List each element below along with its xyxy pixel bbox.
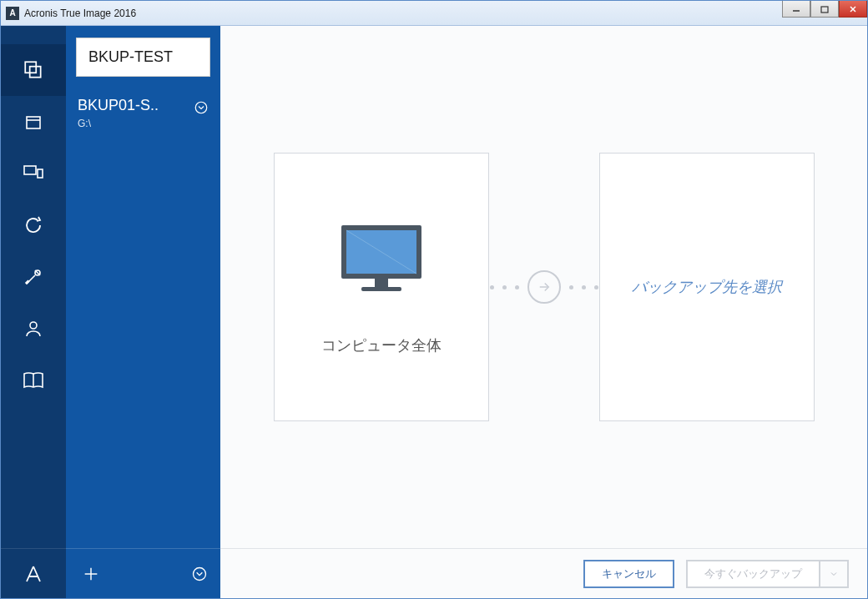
acronis-logo-icon xyxy=(23,564,43,584)
window-title: Acronis True Image 2016 xyxy=(24,8,136,19)
backup-item-path: G:\ xyxy=(78,118,209,129)
backup-item[interactable]: BKUP01-S.. G:\ xyxy=(66,85,220,141)
chevron-down-icon xyxy=(829,569,839,579)
cancel-button[interactable]: キャンセル xyxy=(583,560,674,588)
main-panel: コンピュータ全体 バックアップ先を選択 キャ xyxy=(220,26,867,598)
app-body: BKUP-TEST BKUP01-S.. G:\ xyxy=(1,26,867,598)
chevron-down-icon xyxy=(191,566,208,582)
nav-backup[interactable] xyxy=(1,44,66,96)
nav-archive[interactable] xyxy=(1,96,66,148)
destination-card-label: バックアップ先を選択 xyxy=(632,277,782,297)
backup-item-selected[interactable]: BKUP-TEST xyxy=(76,38,210,77)
svg-rect-4 xyxy=(25,62,36,73)
svg-rect-6 xyxy=(27,117,40,128)
app-window: A Acronis True Image 2016 xyxy=(0,0,868,599)
maximize-button[interactable] xyxy=(810,1,839,18)
dot-icon xyxy=(594,285,598,289)
plus-icon xyxy=(82,565,100,583)
svg-rect-21 xyxy=(361,287,401,291)
backup-list-footer xyxy=(66,548,220,598)
dot-icon xyxy=(515,285,519,289)
svg-point-16 xyxy=(194,567,206,580)
add-backup-button[interactable] xyxy=(66,549,116,599)
tools-icon xyxy=(23,267,43,287)
svg-rect-8 xyxy=(24,166,36,174)
dot-icon xyxy=(490,285,494,289)
nav-account[interactable] xyxy=(1,303,66,355)
svg-rect-20 xyxy=(375,279,388,287)
backup-icon xyxy=(23,59,44,81)
arrow-separator xyxy=(489,270,599,304)
chevron-down-icon[interactable] xyxy=(194,100,209,115)
backup-list-panel: BKUP-TEST BKUP01-S.. G:\ xyxy=(66,26,220,598)
dot-icon xyxy=(582,285,586,289)
minimize-button[interactable] xyxy=(782,1,810,18)
svg-rect-1 xyxy=(821,7,828,13)
footer-bar: キャンセル 今すぐバックアップ xyxy=(220,548,867,598)
monitor-icon xyxy=(331,219,431,302)
backup-now-button[interactable]: 今すぐバックアップ xyxy=(686,560,820,588)
dot-icon xyxy=(569,285,573,289)
close-button[interactable] xyxy=(839,1,867,18)
archive-icon xyxy=(23,112,43,132)
window-controls xyxy=(782,1,867,18)
titlebar[interactable]: A Acronis True Image 2016 xyxy=(1,1,867,26)
cards-area: コンピュータ全体 バックアップ先を選択 xyxy=(220,26,867,548)
nav-sync[interactable] xyxy=(1,148,66,199)
source-card-label: コンピュータ全体 xyxy=(321,335,442,355)
svg-point-11 xyxy=(30,322,37,329)
nav-refresh[interactable] xyxy=(1,199,66,251)
user-icon xyxy=(23,319,43,339)
arrow-right-icon xyxy=(527,270,561,304)
nav-logo[interactable] xyxy=(1,548,66,598)
backup-item-title: BKUP01-S.. xyxy=(78,97,209,114)
book-icon xyxy=(23,371,44,390)
nav-tools[interactable] xyxy=(1,251,66,303)
nav-help[interactable] xyxy=(1,355,66,406)
backup-now-split-button: 今すぐバックアップ xyxy=(686,560,849,588)
backup-list-more-button[interactable] xyxy=(179,549,220,599)
svg-rect-9 xyxy=(38,169,43,178)
backup-source-card[interactable]: コンピュータ全体 xyxy=(274,153,489,421)
app-icon: A xyxy=(6,7,19,20)
svg-point-13 xyxy=(195,102,207,113)
nav-rail xyxy=(1,26,66,598)
refresh-icon xyxy=(23,215,43,235)
svg-rect-5 xyxy=(30,67,41,78)
dot-icon xyxy=(502,285,507,289)
backup-item-title: BKUP-TEST xyxy=(88,48,198,66)
backup-destination-card[interactable]: バックアップ先を選択 xyxy=(599,153,815,421)
backup-now-dropdown[interactable] xyxy=(820,560,849,588)
devices-icon xyxy=(23,164,44,183)
